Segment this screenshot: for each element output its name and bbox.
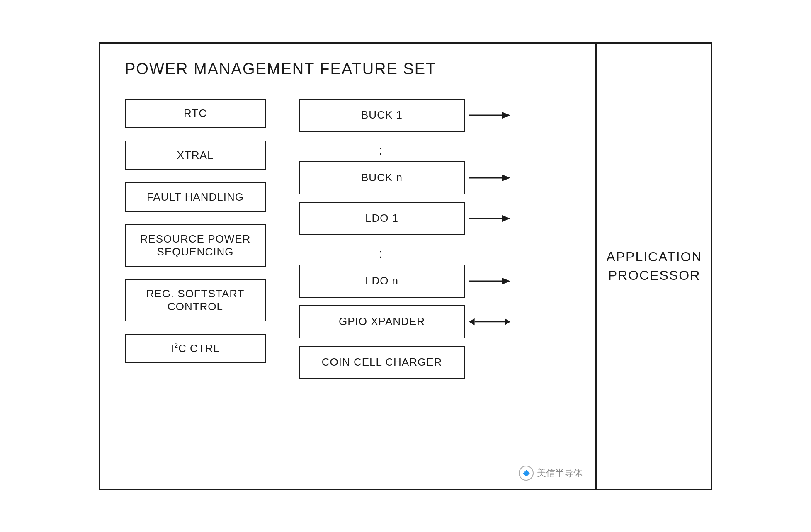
watermark: 🔷 美信半导体 xyxy=(519,466,583,481)
svg-marker-3 xyxy=(502,175,510,181)
svg-marker-5 xyxy=(502,215,510,222)
buckn-row: BUCK n xyxy=(299,161,570,194)
gpio-box: GPIO XPANDER xyxy=(299,305,465,338)
diagram-container: POWER MANAGEMENT FEATURE SET RTC XTRAL F… xyxy=(32,28,779,505)
ldon-row: LDO n xyxy=(299,265,570,298)
left-column: RTC XTRAL FAULT HANDLING RESOURCE POWER … xyxy=(125,99,266,464)
coin-row: COIN CELL CHARGER xyxy=(299,346,570,379)
application-processor-box: APPLICATION PROCESSOR xyxy=(596,42,712,490)
ldo1-box: LDO 1 xyxy=(299,202,465,235)
feature-rtc: RTC xyxy=(125,99,266,128)
ldo1-row: LDO 1 xyxy=(299,202,570,235)
buck1-box: BUCK 1 xyxy=(299,99,465,132)
gpio-row: GPIO XPANDER xyxy=(299,305,570,338)
right-column: BUCK 1 : BUCK n xyxy=(299,99,570,464)
feature-resource-power: RESOURCE POWER SEQUENCING xyxy=(125,224,266,267)
pm-title: POWER MANAGEMENT FEATURE SET xyxy=(125,60,570,78)
buck1-arrow xyxy=(469,109,510,121)
power-management-box: POWER MANAGEMENT FEATURE SET RTC XTRAL F… xyxy=(99,42,596,490)
svg-marker-1 xyxy=(502,112,510,119)
watermark-icon: 🔷 xyxy=(519,466,534,481)
svg-marker-7 xyxy=(502,278,510,284)
buckn-box: BUCK n xyxy=(299,161,465,194)
feature-xtral: XTRAL xyxy=(125,141,266,170)
feature-softstart: REG. SOFTSTART CONTROL xyxy=(125,279,266,321)
dots1: : xyxy=(299,139,465,161)
ldon-box: LDO n xyxy=(299,265,465,298)
feature-fault-handling: FAULT HANDLING xyxy=(125,182,266,212)
gpio-arrow xyxy=(469,313,510,330)
ldo1-arrow xyxy=(469,212,510,225)
svg-marker-10 xyxy=(505,318,510,325)
ap-title: APPLICATION PROCESSOR xyxy=(597,239,711,293)
feature-i2c: I2C CTRL xyxy=(125,334,266,363)
svg-marker-9 xyxy=(469,318,475,325)
ldon-arrow xyxy=(469,275,510,287)
buckn-arrow xyxy=(469,172,510,184)
pm-content: RTC XTRAL FAULT HANDLING RESOURCE POWER … xyxy=(125,99,570,464)
dots2: : xyxy=(299,243,465,265)
coin-box: COIN CELL CHARGER xyxy=(299,346,465,379)
buck1-row: BUCK 1 xyxy=(299,99,570,132)
